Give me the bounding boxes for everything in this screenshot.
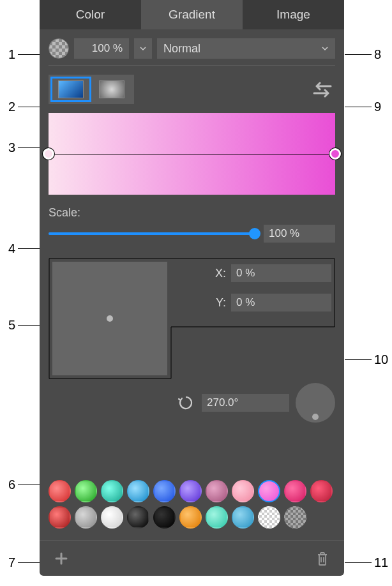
preset-swatch[interactable] <box>49 480 71 502</box>
angle-row: 270.0° <box>167 379 344 423</box>
opacity-blend-row: 100 % Normal <box>40 29 344 65</box>
gradient-axis <box>49 154 335 154</box>
callout-8: 8 <box>345 47 392 62</box>
x-field[interactable]: 0 % <box>231 264 331 282</box>
radial-gradient-icon <box>99 80 124 98</box>
chevron-down-icon <box>139 45 147 52</box>
callout-6: 6 <box>0 477 40 492</box>
angle-dial[interactable] <box>296 383 335 423</box>
trash-icon <box>316 551 329 566</box>
preset-swatch[interactable] <box>75 480 97 502</box>
callout-10: 10 <box>345 352 392 367</box>
preset-swatch[interactable] <box>127 506 149 529</box>
reset-angle-button[interactable] <box>176 393 195 412</box>
preset-swatch[interactable] <box>310 480 333 502</box>
scale-field[interactable]: 100 % <box>264 225 335 243</box>
callout-1: 1 <box>0 47 40 62</box>
preset-swatch[interactable] <box>75 506 97 529</box>
tab-color[interactable]: Color <box>40 0 141 29</box>
x-label: X: <box>176 267 226 280</box>
blend-mode-value: Normal <box>163 42 200 56</box>
preset-swatch[interactable] <box>206 480 228 502</box>
callout-3: 3 <box>0 140 40 155</box>
gradient-presets <box>49 480 335 529</box>
chevron-down-icon <box>321 45 329 52</box>
gradient-inspector-panel: Color Gradient Image 100 % Normal <box>40 0 344 576</box>
callout-7: 7 <box>0 555 40 570</box>
preset-swatch[interactable] <box>179 480 202 502</box>
preset-swatch[interactable] <box>179 506 202 529</box>
callout-5: 5 <box>0 318 40 333</box>
fill-type-tabs: Color Gradient Image <box>40 0 344 29</box>
angle-dial-marker[interactable] <box>312 414 319 420</box>
opacity-field[interactable]: 100 % <box>74 38 129 59</box>
callout-11: 11 <box>345 555 392 570</box>
opacity-well[interactable] <box>49 38 69 59</box>
preset-swatch[interactable] <box>232 506 254 529</box>
reset-ccw-icon <box>177 394 194 411</box>
position-pad-dot[interactable] <box>107 315 113 322</box>
preset-swatch[interactable] <box>284 506 306 529</box>
radial-gradient-button[interactable] <box>91 77 132 102</box>
preset-swatch[interactable] <box>232 480 254 502</box>
preset-swatch[interactable] <box>101 480 123 502</box>
preset-swatch[interactable] <box>153 480 176 502</box>
preset-swatch[interactable] <box>284 480 306 502</box>
position-fields: X: 0 % Y: 0 % <box>176 264 331 323</box>
position-pad[interactable] <box>52 262 167 375</box>
slider-thumb[interactable] <box>249 228 260 239</box>
tab-image[interactable]: Image <box>243 0 344 29</box>
gradient-stop-start[interactable] <box>43 148 54 160</box>
tab-gradient[interactable]: Gradient <box>141 0 243 29</box>
blend-mode-select[interactable]: Normal <box>157 38 335 59</box>
gradient-stop-end[interactable] <box>329 148 341 160</box>
gradient-bar[interactable] <box>49 113 335 195</box>
reverse-gradient-button[interactable] <box>310 78 335 101</box>
y-label: Y: <box>176 296 226 310</box>
scale-label: Scale: <box>49 206 335 220</box>
preset-swatch[interactable] <box>49 506 71 529</box>
preset-swatch[interactable] <box>153 506 176 529</box>
scale-slider[interactable] <box>49 228 255 239</box>
slider-fill <box>49 232 255 235</box>
y-field[interactable]: 0 % <box>231 294 331 312</box>
scale-area: Scale: 100 % <box>40 206 344 252</box>
preset-swatch[interactable] <box>206 506 228 529</box>
angle-field[interactable]: 270.0° <box>202 394 289 412</box>
gradient-editor <box>40 113 344 206</box>
callout-4: 4 <box>0 241 40 256</box>
callout-9: 9 <box>345 100 392 114</box>
linear-gradient-icon <box>58 80 84 98</box>
delete-preset-button[interactable] <box>312 548 333 569</box>
preset-swatch[interactable] <box>258 480 280 502</box>
preset-swatch[interactable] <box>101 506 123 529</box>
presets-footer <box>40 540 344 576</box>
add-preset-button[interactable] <box>51 548 72 569</box>
opacity-stepper[interactable] <box>134 38 152 59</box>
swap-arrows-icon <box>312 80 333 98</box>
position-area: X: 0 % Y: 0 % <box>49 258 335 379</box>
plus-icon <box>54 552 68 566</box>
preset-swatch[interactable] <box>258 506 280 529</box>
preset-swatch[interactable] <box>127 480 149 502</box>
linear-gradient-button[interactable] <box>50 77 91 102</box>
callout-2: 2 <box>0 100 40 114</box>
gradient-type-row <box>40 66 344 113</box>
gradient-type-segmented <box>49 75 134 104</box>
